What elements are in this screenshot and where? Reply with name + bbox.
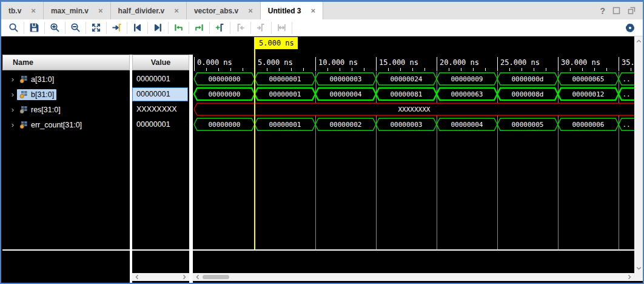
tab-close-icon[interactable]: ×	[98, 7, 103, 15]
signal-value-column: Value 0000000100000001XXXXXXXX00000001	[132, 36, 189, 283]
tab-tb-v[interactable]: tb.v×	[1, 2, 44, 19]
signal-name-rows: ›a[31:0]›b[31:0]›res[31:0]›err_count[31:…	[2, 72, 130, 132]
svg-text:00000002: 00000002	[330, 121, 362, 129]
svg-text:10.000 ns: 10.000 ns	[318, 58, 358, 67]
svg-text:00000001: 00000001	[269, 90, 301, 98]
tab-max-min-v[interactable]: max_min.v×	[44, 2, 111, 19]
svg-text:00000012: 00000012	[572, 90, 605, 98]
scroll-right-icon[interactable]	[182, 274, 187, 280]
tab-close-icon[interactable]: ×	[174, 7, 179, 15]
tab-untitled-3[interactable]: Untitled 3×	[261, 2, 323, 19]
svg-text:00000003: 00000003	[330, 75, 362, 83]
time-cursor[interactable]	[254, 37, 255, 249]
waveform-panel[interactable]: 0.000 ns5.000 ns10.000 ns15.000 ns20.000…	[193, 36, 634, 283]
tab-list: tb.v×max_min.v×half_divider.v×vector_abs…	[1, 2, 323, 19]
wave-scrollbar[interactable]	[193, 273, 634, 281]
tab-half-divider-v[interactable]: half_divider.v×	[111, 2, 187, 19]
maximize-icon[interactable]	[612, 7, 620, 15]
expand-chevron-icon[interactable]: ›	[8, 90, 17, 99]
settings-button[interactable]	[620, 20, 643, 36]
signal-row-err-count[interactable]: ›err_count[31:0]	[2, 117, 130, 132]
value-cell-err-count[interactable]: 00000001	[132, 117, 189, 132]
save-button[interactable]	[24, 20, 44, 36]
svg-text:20.000 ns: 20.000 ns	[440, 58, 479, 67]
tab-bar: tb.v×max_min.v×half_divider.v×vector_abs…	[1, 1, 643, 19]
value-cell-b[interactable]: 00000001	[132, 87, 189, 102]
float-window-icon[interactable]	[628, 7, 636, 15]
tab-close-icon[interactable]: ×	[248, 7, 253, 15]
signal-name-label: b[31:0]	[31, 90, 54, 99]
expand-chevron-icon[interactable]: ›	[8, 120, 17, 129]
value-cell-a[interactable]: 00000001	[132, 72, 189, 87]
svg-text:00000005: 00000005	[512, 121, 544, 129]
measure-markers-button	[272, 20, 292, 36]
tab-vector-abs-v[interactable]: vector_abs.v×	[187, 2, 261, 19]
scroll-left-icon[interactable]	[135, 274, 139, 280]
scroll-right-icon[interactable]	[627, 274, 632, 280]
signal-name-label: err_count[31:0]	[31, 121, 82, 129]
next-edge-button[interactable]	[189, 20, 209, 36]
svg-text:00000065: 00000065	[572, 75, 605, 83]
svg-text:0000000d: 0000000d	[512, 75, 544, 83]
expand-chevron-icon[interactable]: ›	[8, 75, 17, 84]
next-marker-button	[251, 20, 271, 36]
signal-row-a[interactable]: ›a[31:0]	[2, 72, 130, 87]
waveform-viewer: Name ›a[31:0]›b[31:0]›res[31:0]›err_coun…	[1, 36, 643, 283]
value-column-header[interactable]: Value	[132, 55, 189, 70]
svg-text:00000000: 00000000	[209, 121, 241, 129]
waveform-canvas[interactable]: 0000000000000001000000030000002400000009…	[193, 72, 634, 252]
zoom-fit-button[interactable]	[86, 20, 106, 36]
bus-icon	[19, 75, 28, 83]
go-to-time-button[interactable]	[107, 20, 127, 36]
zoom-fit-icon	[91, 22, 101, 33]
tab-label: max_min.v	[51, 7, 89, 15]
signal-value-label: 00000001	[136, 72, 170, 87]
svg-text:00000024: 00000024	[391, 75, 423, 83]
signal-name-wrap[interactable]: a[31:0]	[17, 74, 56, 85]
signal-value-label: XXXXXXXX	[136, 102, 177, 117]
zoom-in-button[interactable]	[45, 20, 65, 36]
signal-row-b[interactable]: ›b[31:0]	[2, 87, 130, 102]
name-column-header[interactable]: Name	[2, 55, 130, 70]
tab-close-icon[interactable]: ×	[31, 7, 36, 15]
next-transition-icon	[153, 22, 163, 33]
svg-text:00000063: 00000063	[451, 90, 483, 98]
svg-text:00000003: 00000003	[391, 121, 423, 129]
zoom-in-icon	[50, 22, 60, 33]
zoom-out-button[interactable]	[65, 20, 86, 36]
signal-value-label: 00000001	[136, 117, 170, 132]
scroll-left-icon[interactable]	[195, 274, 200, 280]
previous-transition-button[interactable]	[127, 20, 147, 36]
signal-name-wrap[interactable]: err_count[31:0]	[17, 120, 84, 130]
svg-text:00000004: 00000004	[330, 90, 362, 98]
previous-transition-icon	[132, 22, 143, 33]
previous-edge-button[interactable]	[169, 20, 189, 36]
previous-marker-button	[230, 20, 250, 36]
cursor-time-label[interactable]: 5.000 ns	[255, 37, 298, 49]
wave-vertical-scrollbar[interactable]	[634, 36, 643, 281]
svg-text:35.000 ns: 35.000 ns	[622, 58, 634, 67]
search-button[interactable]	[4, 20, 24, 36]
expand-chevron-icon[interactable]: ›	[8, 105, 17, 114]
wave-scrollbar-thumb[interactable]	[203, 275, 229, 279]
scroll-down-icon[interactable]	[636, 266, 642, 271]
signal-name-label: a[31:0]	[31, 75, 54, 84]
column-divider[interactable]	[130, 55, 132, 283]
previous-marker-icon	[235, 22, 246, 33]
svg-text:00000001: 00000001	[269, 121, 301, 129]
signal-name-wrap[interactable]: b[31:0]	[17, 89, 56, 100]
signal-row-res[interactable]: ›res[31:0]	[2, 102, 130, 117]
tab-close-icon[interactable]: ×	[311, 7, 316, 15]
next-transition-button[interactable]	[148, 20, 168, 36]
svg-text:00000000: 00000000	[209, 90, 241, 98]
value-column-scrollbar[interactable]	[132, 273, 189, 281]
svg-text:XXXXXXXX: XXXXXXXX	[398, 106, 431, 113]
add-marker-button[interactable]	[210, 20, 230, 36]
value-cell-res[interactable]: XXXXXXXX	[132, 102, 189, 117]
help-icon[interactable]: ?	[600, 6, 605, 16]
signal-name-wrap[interactable]: res[31:0]	[17, 104, 63, 115]
scroll-up-icon[interactable]	[636, 39, 642, 44]
svg-text:00000004: 00000004	[451, 121, 483, 129]
wave-svg: 0000000000000001000000030000002400000009…	[193, 72, 634, 249]
svg-text:..: ..	[622, 75, 630, 83]
